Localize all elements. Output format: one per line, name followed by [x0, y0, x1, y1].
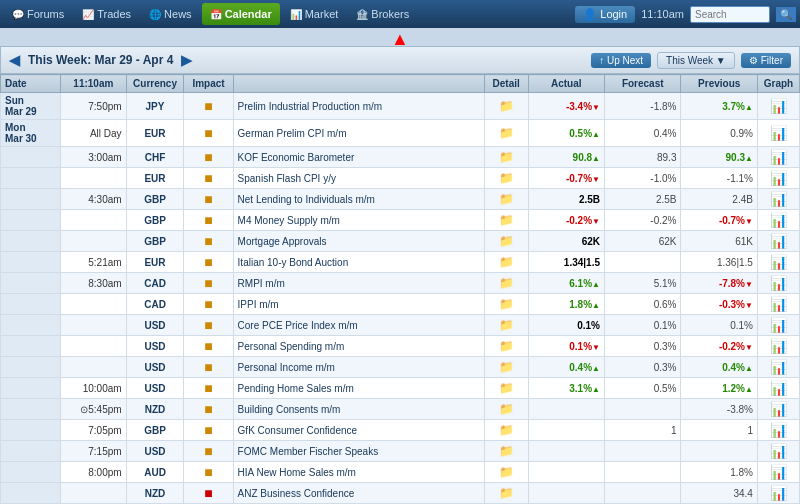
previous-cell: -7.8%▼ [681, 273, 757, 294]
forecast-cell: 0.3% [605, 357, 681, 378]
time-cell: 7:15pm [61, 441, 127, 462]
detail-cell[interactable]: 📁 [484, 315, 528, 336]
forecast-cell [605, 483, 681, 504]
table-row: 7:05pmGBP■GfK Consumer Confidence📁11📊 [1, 420, 800, 441]
graph-cell[interactable]: 📊 [757, 189, 799, 210]
graph-cell[interactable]: 📊 [757, 399, 799, 420]
forums-icon: 💬 [12, 9, 24, 20]
detail-cell[interactable]: 📁 [484, 189, 528, 210]
time-cell: 10:00am [61, 378, 127, 399]
table-row: GBP■Mortgage Approvals📁62K62K61K📊 [1, 231, 800, 252]
detail-cell[interactable]: 📁 [484, 210, 528, 231]
detail-cell[interactable]: 📁 [484, 420, 528, 441]
folder-icon: 📁 [499, 276, 514, 290]
folder-icon: 📁 [499, 126, 514, 140]
nav-right-section: 👤 Login 11:10am 🔍 [575, 6, 796, 23]
event-cell: KOF Economic Barometer [233, 147, 484, 168]
detail-cell[interactable]: 📁 [484, 252, 528, 273]
detail-cell[interactable]: 📁 [484, 462, 528, 483]
detail-cell[interactable]: 📁 [484, 399, 528, 420]
graph-cell[interactable]: 📊 [757, 483, 799, 504]
graph-cell[interactable]: 📊 [757, 168, 799, 189]
previous-cell: -1.1% [681, 168, 757, 189]
forecast-cell: -0.2% [605, 210, 681, 231]
currency-cell: GBP [126, 189, 184, 210]
graph-icon: 📊 [770, 125, 787, 141]
filter-button[interactable]: ⚙ Filter [741, 53, 791, 68]
graph-cell[interactable]: 📊 [757, 120, 799, 147]
forecast-cell: -1.0% [605, 168, 681, 189]
detail-cell[interactable]: 📁 [484, 93, 528, 120]
actual-cell: 0.4%▲ [528, 357, 604, 378]
nav-brokers[interactable]: 🏦 Brokers [348, 3, 417, 25]
search-button[interactable]: 🔍 [776, 7, 796, 22]
graph-cell[interactable]: 📊 [757, 336, 799, 357]
folder-icon: 📁 [499, 213, 514, 227]
event-cell: RMPI m/m [233, 273, 484, 294]
event-cell: ANZ Business Confidence [233, 483, 484, 504]
date-cell [1, 231, 61, 252]
detail-cell[interactable]: 📁 [484, 483, 528, 504]
this-week-button[interactable]: This Week ▼ [657, 52, 735, 69]
login-button[interactable]: 👤 Login [575, 6, 635, 23]
detail-cell[interactable]: 📁 [484, 336, 528, 357]
currency-cell: GBP [126, 231, 184, 252]
detail-cell[interactable]: 📁 [484, 294, 528, 315]
graph-cell[interactable]: 📊 [757, 93, 799, 120]
up-next-button[interactable]: ↑ Up Next [591, 53, 651, 68]
detail-cell[interactable]: 📁 [484, 168, 528, 189]
date-cell [1, 462, 61, 483]
nav-forums[interactable]: 💬 Forums [4, 3, 72, 25]
graph-cell[interactable]: 📊 [757, 252, 799, 273]
nav-news[interactable]: 🌐 News [141, 3, 200, 25]
table-row: CAD■IPPI m/m📁1.8%▲0.6%-0.3%▼📊 [1, 294, 800, 315]
table-row: USD■Personal Income m/m📁0.4%▲0.3%0.4%▲📊 [1, 357, 800, 378]
previous-cell: -0.2%▼ [681, 336, 757, 357]
impact-cell: ■ [184, 399, 233, 420]
week-header: ◀ This Week: Mar 29 - Apr 4 ▶ ↑ Up Next … [0, 46, 800, 74]
nav-calendar[interactable]: 📅 Calendar [202, 3, 280, 25]
prev-week-button[interactable]: ◀ [9, 52, 20, 68]
search-input[interactable] [690, 6, 770, 23]
previous-cell: 1.2%▲ [681, 378, 757, 399]
time-cell: 5:21am [61, 252, 127, 273]
next-week-button[interactable]: ▶ [181, 52, 192, 68]
forecast-cell: 0.3% [605, 336, 681, 357]
graph-cell[interactable]: 📊 [757, 273, 799, 294]
graph-cell[interactable]: 📊 [757, 315, 799, 336]
graph-cell[interactable]: 📊 [757, 441, 799, 462]
up-next-label: ↑ Up Next [599, 55, 643, 66]
graph-cell[interactable]: 📊 [757, 357, 799, 378]
top-navigation: 💬 Forums 📈 Trades 🌐 News 📅 Calendar 📊 Ma… [0, 0, 800, 28]
graph-cell[interactable]: 📊 [757, 231, 799, 252]
nav-trades[interactable]: 📈 Trades [74, 3, 139, 25]
table-row: EUR■Spanish Flash CPI y/y📁-0.7%▼-1.0%-1.… [1, 168, 800, 189]
graph-cell[interactable]: 📊 [757, 420, 799, 441]
time-cell [61, 336, 127, 357]
detail-cell[interactable]: 📁 [484, 147, 528, 168]
graph-cell[interactable]: 📊 [757, 378, 799, 399]
detail-cell[interactable]: 📁 [484, 441, 528, 462]
detail-cell[interactable]: 📁 [484, 273, 528, 294]
up-arrow-icon: ▲ [391, 30, 409, 48]
impact-cell: ■ [184, 231, 233, 252]
detail-cell[interactable]: 📁 [484, 357, 528, 378]
folder-icon: 📁 [499, 465, 514, 479]
detail-cell[interactable]: 📁 [484, 120, 528, 147]
currency-cell: USD [126, 336, 184, 357]
impact-cell: ■ [184, 357, 233, 378]
detail-cell[interactable]: 📁 [484, 231, 528, 252]
currency-cell: EUR [126, 252, 184, 273]
graph-icon: 📊 [770, 485, 787, 501]
nav-market[interactable]: 📊 Market [282, 3, 347, 25]
time-cell: 7:05pm [61, 420, 127, 441]
forecast-cell: -1.8% [605, 93, 681, 120]
detail-cell[interactable]: 📁 [484, 378, 528, 399]
graph-cell[interactable]: 📊 [757, 294, 799, 315]
actual-cell [528, 399, 604, 420]
graph-cell[interactable]: 📊 [757, 147, 799, 168]
graph-cell[interactable]: 📊 [757, 210, 799, 231]
graph-cell[interactable]: 📊 [757, 462, 799, 483]
previous-cell: 3.7%▲ [681, 93, 757, 120]
impact-cell: ■ [184, 441, 233, 462]
